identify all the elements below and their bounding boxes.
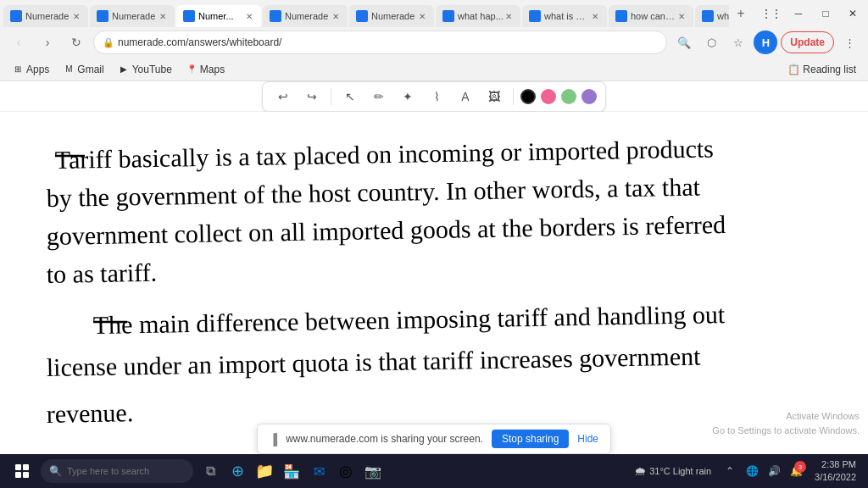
color-purple[interactable] <box>581 89 597 104</box>
update-button[interactable]: Update <box>781 31 834 53</box>
profile-button[interactable]: H <box>754 30 777 54</box>
start-button[interactable] <box>7 456 37 486</box>
hide-button[interactable]: Hide <box>577 433 598 445</box>
file-explorer-icon[interactable]: 📁 <box>251 458 278 485</box>
tab-favicon <box>356 10 368 22</box>
image-tool[interactable]: 🖼 <box>482 85 506 108</box>
svg-text:government collect on all impo: government collect on all imported goods… <box>47 210 726 250</box>
color-pink[interactable] <box>541 89 556 104</box>
reading-list-button[interactable]: 📋 Reading list <box>782 62 861 77</box>
url-bar[interactable]: 🔒 numerade.com/answers/whiteboard/ <box>93 30 667 54</box>
chevron-up-icon[interactable]: ⌃ <box>720 461 740 481</box>
browser-tab-t5[interactable]: Numerade✕ <box>349 5 434 27</box>
camera-icon[interactable]: 📷 <box>359 458 387 485</box>
whiteboard[interactable]: Tariff basically is a tax placed on inco… <box>0 112 868 454</box>
tab-label: Numerade <box>371 11 417 21</box>
time-display: 2:38 PM <box>815 458 856 471</box>
taskbar-search-input[interactable] <box>67 466 185 476</box>
tab-close-button[interactable]: ✕ <box>244 10 254 23</box>
svg-text:to as tariff.: to as tariff. <box>47 258 158 288</box>
stop-sharing-button[interactable]: Stop sharing <box>492 430 569 448</box>
address-actions: 🔍 ⬡ ☆ H Update ⋮ <box>672 30 861 54</box>
svg-text:by the government of the host : by the government of the host country. I… <box>47 173 701 212</box>
tab-label: what is ch... <box>717 11 729 21</box>
tab-favicon <box>270 10 281 22</box>
tab-close-button[interactable]: ✕ <box>676 10 687 23</box>
refresh-button[interactable]: ↻ <box>64 30 88 54</box>
tab-close-button[interactable]: ✕ <box>504 10 514 23</box>
browser-tab-t7[interactable]: what is m...✕ <box>522 5 607 27</box>
color-black[interactable] <box>520 89 536 104</box>
weather-icon: 🌧 <box>634 464 646 478</box>
bookmark-apps[interactable]: ⊞Apps <box>7 62 54 77</box>
bookmarks-bar: ⊞AppsMGmail▶YouTube📍Maps 📋 Reading list <box>0 58 868 81</box>
color-green[interactable] <box>561 89 576 104</box>
browser-tab-t8[interactable]: how can s...✕ <box>609 5 693 27</box>
tab-favicon <box>702 10 714 22</box>
favorites-icon[interactable]: ☆ <box>726 30 750 54</box>
store-icon[interactable]: 🏪 <box>278 458 305 485</box>
handwriting-svg: Tariff basically is a tax placed on inco… <box>0 112 868 454</box>
mail-icon[interactable]: ✉ <box>305 458 332 485</box>
browser-tab-t3[interactable]: Numer...✕ <box>176 5 261 27</box>
tab-close-button[interactable]: ✕ <box>417 10 427 23</box>
redo-tool[interactable]: ↪ <box>300 85 324 108</box>
tab-close-button[interactable]: ✕ <box>590 10 600 23</box>
tab-close-button[interactable]: ✕ <box>158 10 168 23</box>
back-button[interactable]: ‹ <box>7 30 31 54</box>
svg-text:The main difference between im: The main difference between imposing tar… <box>93 300 726 339</box>
color-divider <box>513 88 514 105</box>
browser-tab-t1[interactable]: Numerade✕ <box>3 5 88 27</box>
windows-logo-icon <box>15 464 29 478</box>
search-icon[interactable]: 🔍 <box>672 30 696 54</box>
clock-display[interactable]: 2:38 PM 3/16/2022 <box>810 458 861 485</box>
tabs-container: Numerade✕Numerade✕Numer...✕Numerade✕Nume… <box>3 0 729 27</box>
svg-text:license under an import quota : license under an import quota is that ta… <box>47 342 702 381</box>
browser-tab-t6[interactable]: what hap...✕ <box>436 5 520 27</box>
weather-display[interactable]: 🌧 31°C Light rain <box>629 464 716 478</box>
title-bar: Numerade✕Numerade✕Numer...✕Numerade✕Nume… <box>0 0 868 27</box>
tab-close-button[interactable]: ✕ <box>71 10 81 23</box>
bookmark-icon: ▶ <box>118 64 130 75</box>
task-view-button[interactable]: ⧉ <box>197 458 224 485</box>
maximize-button[interactable]: □ <box>814 2 837 25</box>
tab-label: Numerade <box>25 11 71 21</box>
taskbar-right: 🌧 31°C Light rain ⌃ 🌐 🔊 🔔 3 2:38 PM 3/16… <box>629 458 861 485</box>
bookmark-label: YouTube <box>132 64 172 75</box>
canvas-area[interactable]: Tariff basically is a tax placed on inco… <box>0 112 868 454</box>
notification-icon[interactable]: 🔔 3 <box>786 461 806 481</box>
bookmark-youtube[interactable]: ▶YouTube <box>113 62 177 77</box>
text-tool[interactable]: A <box>453 85 477 108</box>
settings-tool[interactable]: ✦ <box>396 85 420 108</box>
window-controls: ⋮⋮ ─ □ ✕ <box>760 2 865 25</box>
minimize-button[interactable]: ─ <box>787 2 810 25</box>
taskbar-search[interactable]: 🔍 <box>41 459 193 483</box>
taskbar: 🔍 ⧉ ⊕ 📁 🏪 ✉ ◎ 📷 🌧 31°C Light rain ⌃ 🌐 🔊 … <box>0 454 868 488</box>
tab-label: Numer... <box>198 11 244 21</box>
bookmark-maps[interactable]: 📍Maps <box>181 62 230 77</box>
collections-icon[interactable]: ⬡ <box>699 30 723 54</box>
toolbar-inner: ↩↪↖✏✦⌇A🖼 <box>262 81 606 112</box>
network-icon[interactable]: 🌐 <box>742 461 762 481</box>
forward-button[interactable]: › <box>36 30 59 54</box>
tab-list-button[interactable]: ⋮⋮ <box>760 2 783 25</box>
notification-badge: 3 <box>794 461 806 473</box>
browser-tab-t2[interactable]: Numerade✕ <box>90 5 175 27</box>
undo-tool[interactable]: ↩ <box>271 85 295 108</box>
more-options-icon[interactable]: ⋮ <box>837 30 861 54</box>
volume-icon[interactable]: 🔊 <box>764 461 784 481</box>
bookmark-gmail[interactable]: MGmail <box>58 62 108 77</box>
tab-close-button[interactable]: ✕ <box>331 10 341 23</box>
chrome-icon[interactable]: ◎ <box>332 458 359 485</box>
new-tab-button[interactable]: + <box>729 3 753 25</box>
browser-tab-t4[interactable]: Numerade✕ <box>263 5 348 27</box>
highlighter-tool[interactable]: ⌇ <box>425 85 448 108</box>
edge-browser-icon[interactable]: ⊕ <box>224 458 251 485</box>
tab-label: Numerade <box>285 11 331 21</box>
screen-share-bar: ▐ www.numerade.com is sharing your scree… <box>257 424 611 454</box>
browser-tab-t9[interactable]: what is ch...✕ <box>695 5 729 27</box>
close-button[interactable]: ✕ <box>841 2 865 25</box>
select-tool[interactable]: ↖ <box>338 85 362 108</box>
tab-favicon <box>442 10 454 22</box>
pen-tool[interactable]: ✏ <box>367 85 391 108</box>
